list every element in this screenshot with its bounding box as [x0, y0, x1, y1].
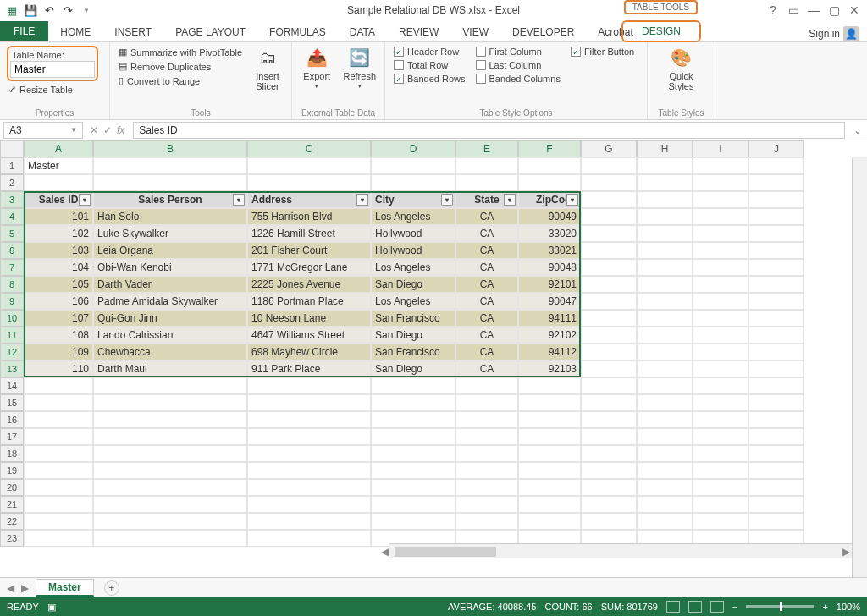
table-header-state[interactable]: State▾: [456, 191, 518, 208]
empty-cell[interactable]: [93, 394, 247, 411]
empty-cell[interactable]: [581, 259, 637, 276]
table-cell[interactable]: 90049: [518, 208, 581, 225]
row-header-6[interactable]: 6: [0, 242, 24, 259]
empty-cell[interactable]: [693, 242, 748, 259]
tab-view[interactable]: VIEW: [450, 23, 500, 41]
col-header-A[interactable]: A: [24, 140, 93, 157]
last-column-checkbox[interactable]: Last Column: [474, 59, 562, 71]
empty-cell[interactable]: [24, 530, 93, 547]
empty-cell[interactable]: [748, 344, 804, 360]
empty-cell[interactable]: [247, 428, 371, 445]
total-row-checkbox[interactable]: Total Row: [392, 59, 467, 71]
table-cell[interactable]: 1771 McGregor Lane: [247, 259, 371, 276]
normal-view-icon[interactable]: [666, 601, 680, 613]
empty-cell[interactable]: [748, 377, 804, 394]
empty-cell[interactable]: [693, 191, 748, 208]
table-cell[interactable]: 94111: [518, 310, 581, 327]
empty-cell[interactable]: [693, 360, 748, 377]
empty-cell[interactable]: [93, 479, 247, 496]
empty-cell[interactable]: [371, 462, 456, 479]
empty-cell[interactable]: [693, 327, 748, 344]
horizontal-scrollbar[interactable]: ◀▶: [389, 543, 852, 558]
empty-cell[interactable]: [456, 513, 518, 530]
empty-cell[interactable]: [748, 157, 804, 174]
empty-cell[interactable]: [748, 191, 804, 208]
first-column-checkbox[interactable]: First Column: [474, 46, 562, 58]
empty-cell[interactable]: [693, 293, 748, 310]
empty-cell[interactable]: [518, 428, 581, 445]
scrollbar-thumb[interactable]: [395, 547, 496, 557]
row-header-5[interactable]: 5: [0, 225, 24, 242]
col-header-D[interactable]: D: [371, 140, 456, 157]
col-header-H[interactable]: H: [637, 140, 693, 157]
empty-cell[interactable]: [371, 394, 456, 411]
filter-dropdown-icon[interactable]: ▾: [441, 194, 453, 206]
col-header-G[interactable]: G: [581, 140, 637, 157]
table-cell[interactable]: 10 Neeson Lane: [247, 310, 371, 327]
empty-cell[interactable]: [518, 479, 581, 496]
empty-cell[interactable]: [581, 377, 637, 394]
empty-cell[interactable]: [748, 513, 804, 530]
empty-cell[interactable]: [581, 513, 637, 530]
empty-cell[interactable]: [637, 225, 693, 242]
empty-cell[interactable]: [748, 310, 804, 327]
empty-cell[interactable]: [581, 191, 637, 208]
enter-formula-icon[interactable]: ✓: [103, 124, 112, 136]
empty-cell[interactable]: [637, 445, 693, 462]
undo-icon[interactable]: ↶: [42, 3, 56, 17]
table-cell[interactable]: San Diego: [371, 360, 456, 377]
table-cell[interactable]: 106: [24, 293, 93, 310]
table-cell[interactable]: 101: [24, 208, 93, 225]
empty-cell[interactable]: [748, 445, 804, 462]
empty-cell[interactable]: [518, 377, 581, 394]
table-header-city[interactable]: City▾: [371, 191, 456, 208]
empty-cell[interactable]: [748, 174, 804, 191]
add-sheet-button[interactable]: +: [104, 580, 119, 596]
empty-cell[interactable]: [518, 394, 581, 411]
table-cell[interactable]: 90047: [518, 293, 581, 310]
empty-cell[interactable]: [581, 174, 637, 191]
table-cell[interactable]: 755 Harrison Blvd: [247, 208, 371, 225]
empty-cell[interactable]: [371, 496, 456, 513]
table-cell[interactable]: 2225 Jones Avenue: [247, 276, 371, 293]
col-header-E[interactable]: E: [456, 140, 518, 157]
empty-cell[interactable]: [24, 445, 93, 462]
row-header-17[interactable]: 17: [0, 428, 24, 445]
empty-cell[interactable]: [456, 462, 518, 479]
filter-dropdown-icon[interactable]: ▾: [79, 194, 91, 206]
banded-columns-checkbox[interactable]: Banded Columns: [474, 73, 562, 85]
table-cell[interactable]: Darth Maul: [93, 360, 247, 377]
table-cell[interactable]: 1186 Portman Place: [247, 293, 371, 310]
empty-cell[interactable]: [456, 394, 518, 411]
empty-cell[interactable]: [371, 174, 456, 191]
table-cell[interactable]: CA: [456, 242, 518, 259]
table-cell[interactable]: Chewbacca: [93, 344, 247, 360]
empty-cell[interactable]: [693, 411, 748, 428]
empty-cell[interactable]: [581, 310, 637, 327]
table-cell[interactable]: CA: [456, 293, 518, 310]
table-cell[interactable]: Lando Calrissian: [93, 327, 247, 344]
cancel-formula-icon[interactable]: ✕: [90, 124, 98, 136]
table-cell[interactable]: CA: [456, 276, 518, 293]
empty-cell[interactable]: [693, 310, 748, 327]
table-name-input[interactable]: [10, 61, 95, 78]
zoom-thumb[interactable]: [780, 602, 782, 611]
row-header-7[interactable]: 7: [0, 259, 24, 276]
empty-cell[interactable]: [581, 394, 637, 411]
prev-sheet-icon[interactable]: ◀: [7, 582, 14, 594]
empty-cell[interactable]: [581, 428, 637, 445]
table-cell[interactable]: 4647 Williams Street: [247, 327, 371, 344]
row-header-23[interactable]: 23: [0, 530, 24, 547]
table-cell[interactable]: 109: [24, 344, 93, 360]
empty-cell[interactable]: [93, 530, 247, 547]
table-cell[interactable]: 92102: [518, 327, 581, 344]
close-button[interactable]: ✕: [847, 3, 862, 18]
select-all-corner[interactable]: [0, 140, 24, 157]
table-cell[interactable]: 92101: [518, 276, 581, 293]
page-layout-view-icon[interactable]: [688, 601, 702, 613]
table-cell[interactable]: Hollywood: [371, 225, 456, 242]
table-cell[interactable]: San Francisco: [371, 344, 456, 360]
table-cell[interactable]: Los Angeles: [371, 259, 456, 276]
empty-cell[interactable]: [637, 360, 693, 377]
empty-cell[interactable]: [637, 208, 693, 225]
